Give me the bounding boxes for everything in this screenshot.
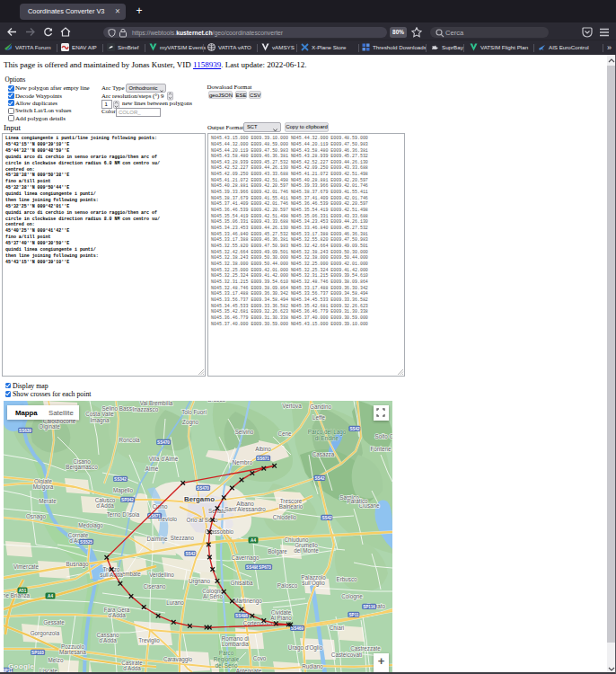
svg-text:Villa d'Almè: Villa d'Almè [149,456,179,462]
svg-text:SS498: SS498 [235,614,248,618]
svg-text:SS671: SS671 [257,457,269,461]
svg-text:OlgiateMolgora: OlgiateMolgora [33,478,54,491]
svg-text:SS42: SS42 [185,552,196,556]
svg-text:Ghisalba: Ghisalba [231,580,253,586]
svg-text:SS470: SS470 [197,486,209,491]
svg-text:Leffe: Leffe [312,414,325,421]
svg-text:Romano diLombardia: Romano diLombardia [222,635,250,647]
svg-text:Selino Basso: Selino Basso [102,405,136,412]
svg-text:Solto Coll: Solto Coll [375,433,392,439]
svg-text:Roncola: Roncola [119,437,140,443]
svg-text:Castrezzate: Castrezzate [350,645,381,652]
svg-text:Chiari: Chiari [330,625,344,631]
svg-text:Chiodello: Chiodello [273,514,297,520]
svg-text:Inazzasco: Inazzasco [133,406,159,412]
svg-text:Ciserano: Ciserano [143,583,166,590]
svg-text:Bergamo: Bergamo [184,495,215,503]
svg-text:A51: A51 [19,589,27,593]
svg-text:SP103: SP103 [31,651,44,655]
svg-text:Urgnano: Urgnano [189,578,211,585]
svg-text:Busnago: Busnago [66,561,89,568]
svg-text:SP116: SP116 [363,605,375,609]
svg-text:Imagna: Imagna [90,417,110,424]
svg-text:Rudiano: Rudiano [302,663,323,670]
svg-text:Zogno: Zogno [182,419,198,426]
svg-text:Paratico: Paratico [347,498,368,504]
svg-text:SS42: SS42 [321,516,332,520]
svg-text:Caluscod'Adda: Caluscod'Adda [95,497,116,509]
svg-text:Vertova: Vertova [282,403,302,409]
svg-text:TrescoreBalneario: TrescoreBalneario [279,498,304,510]
svg-text:Medolago: Medolago [78,522,103,529]
svg-text:Caravaggio: Caravaggio [163,656,193,663]
svg-text:SS342: SS342 [114,477,127,482]
svg-text:A4: A4 [48,594,53,599]
svg-text:Treviglio: Treviglio [138,637,160,644]
svg-text:SP11: SP11 [349,613,359,617]
svg-text:Gandino: Gandino [310,404,331,410]
svg-text:Selvino: Selvino [235,429,254,435]
svg-text:Vimercate: Vimercate [13,563,40,570]
svg-text:Stezzano: Stezzano [171,535,195,541]
svg-text:SS42: SS42 [349,427,360,431]
svg-text:Tolo Fuori: Tolo Fuori [181,409,207,415]
svg-text:Olginate: Olginate [39,423,60,430]
svg-text:Grumellodel Monte: Grumellodel Monte [294,542,319,554]
svg-text:Merate: Merate [39,498,57,504]
svg-text:Albino: Albino [255,446,271,452]
svg-text:Melzo: Melzo [48,657,64,663]
svg-text:PozzuoloMartesana: PozzuoloMartesana [59,643,86,655]
svg-text:Lurano: Lurano [166,599,184,606]
svg-text:Erbusco: Erbusco [336,576,357,582]
svg-text:Cene: Cene [277,430,292,437]
svg-text:Casazza: Casazza [312,451,335,457]
svg-text:SS469: SS469 [291,626,304,631]
svg-text:Gorgonzola: Gorgonzola [31,630,60,637]
svg-text:Martinengo: Martinengo [233,598,262,605]
svg-text:SS525: SS525 [80,540,92,545]
svg-text:Casirated'Adda: Casirated'Adda [121,660,143,671]
svg-text:Terno D'Isola: Terno D'Isola [107,511,140,518]
svg-text:Castelcovati: Castelcovati [331,652,362,658]
svg-text:Curno: Curno [152,503,168,510]
svg-text:A4: A4 [251,538,256,543]
svg-text:Almè: Almè [145,466,159,472]
svg-text:Palazzolosull'Oglio: Palazzolosull'Oglio [301,574,326,587]
svg-text:Cologne: Cologne [341,593,363,600]
svg-text:Cassanod'Adda: Cassanod'Adda [97,632,119,643]
svg-text:CividateAl Piano: CividateAl Piano [270,609,292,621]
svg-text:SS639: SS639 [19,429,31,433]
svg-text:Mapello: Mapello [113,487,134,494]
svg-text:Dalmine: Dalmine [146,536,168,542]
svg-text:Verdellino: Verdellino [149,572,174,578]
svg-text:SS42: SS42 [314,476,325,481]
svg-text:Bracca: Bracca [207,401,225,403]
svg-text:Cavernago: Cavernago [232,554,260,562]
svg-text:Nembro: Nembro [233,459,253,466]
svg-text:Fontene: Fontene [370,446,392,452]
svg-text:Covo: Covo [253,655,267,661]
svg-text:SS470: SS470 [157,440,170,445]
svg-text:ColognoAl Serio: ColognoAl Serio [202,588,224,599]
svg-text:Gessate: Gessate [43,619,65,625]
svg-text:Bolgare: Bolgare [268,548,287,555]
svg-text:Costa Valle: Costa Valle [85,411,114,417]
svg-text:SP673: SP673 [259,565,271,570]
svg-text:Urago d'Oglio: Urago d'Oglio [288,644,323,652]
svg-text:Osnago: Osnago [26,513,47,520]
svg-text:Palosco: Palosco [277,582,298,589]
svg-text:SS498: SS498 [246,565,259,570]
svg-text:SP342: SP342 [121,498,134,502]
